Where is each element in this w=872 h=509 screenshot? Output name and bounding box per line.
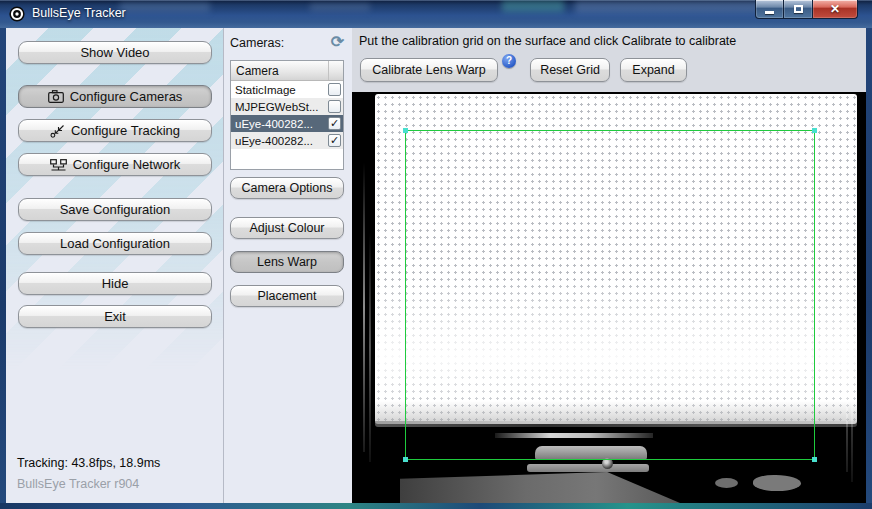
button-label: Load Configuration [60, 236, 170, 251]
image-noise-streak [369, 232, 371, 462]
camera-row[interactable]: uEye-400282...✓ [231, 115, 343, 132]
minimize-button[interactable] [755, 0, 784, 19]
image-noise-streak [846, 152, 848, 472]
expand-button[interactable]: Expand [620, 58, 687, 82]
grid-corner-handle[interactable] [812, 128, 817, 133]
minimize-icon [765, 11, 774, 14]
cameras-label: Cameras: [230, 36, 284, 50]
instruction-text: Put the calibration grid on the surface … [359, 34, 736, 48]
aero-blur-shape [575, 0, 765, 13]
exit-button[interactable]: Exit [18, 305, 212, 328]
camera-table-body: StaticImageMJPEGWebSt...uEye-400282...✓u… [231, 81, 343, 149]
aero-blur-shape [502, 0, 564, 12]
show-video-button[interactable]: Show Video [18, 41, 212, 64]
button-label: Show Video [80, 45, 149, 60]
checkbox-column-header [328, 61, 343, 80]
button-label: Adjust Colour [249, 221, 324, 235]
camera-icon [48, 90, 64, 103]
button-label: Calibrate Lens Warp [372, 63, 485, 77]
app-window: BullsEye Tracker ✕ Show Video Configure … [0, 0, 872, 509]
help-icon[interactable]: ? [502, 54, 516, 68]
close-button[interactable]: ✕ [813, 0, 858, 19]
title-bar[interactable]: BullsEye Tracker ✕ [0, 0, 872, 28]
calibration-toolbar: Put the calibration grid on the surface … [352, 28, 866, 92]
camera-row[interactable]: MJPEGWebSt... [231, 98, 343, 115]
button-label: Hide [102, 276, 129, 291]
button-label: Save Configuration [60, 202, 171, 217]
button-label: Expand [632, 63, 674, 77]
camera-table-header[interactable]: Camera [231, 61, 343, 81]
button-label: Configure Cameras [70, 89, 183, 104]
version-label: BullsEye Tracker r904 [17, 477, 139, 491]
bullseye-app-icon [9, 6, 25, 22]
camera-column-header: Camera [231, 64, 328, 78]
maximize-icon [794, 5, 803, 13]
reset-grid-button[interactable]: Reset Grid [530, 58, 610, 82]
configure-tracking-button[interactable]: Configure Tracking [18, 119, 212, 142]
stand-shape [527, 464, 649, 472]
close-icon: ✕ [830, 1, 840, 18]
main-area: Put the calibration grid on the surface … [352, 28, 866, 503]
camera-checkbox[interactable]: ✓ [328, 134, 341, 147]
window-content: Show Video Configure Cameras Configure T… [6, 28, 866, 503]
maximize-button[interactable] [784, 0, 813, 19]
button-label: Camera Options [241, 181, 332, 195]
camera-row[interactable]: StaticImage [231, 81, 343, 98]
camera-name: uEye-400282... [231, 118, 328, 130]
tracking-icon [50, 124, 65, 138]
camera-preview[interactable] [352, 92, 866, 503]
button-label: Lens Warp [257, 255, 317, 269]
camera-options-button[interactable]: Camera Options [230, 177, 344, 199]
adjust-colour-button[interactable]: Adjust Colour [230, 217, 344, 239]
lens-warp-button[interactable]: Lens Warp [230, 251, 344, 273]
floor-blob [753, 475, 801, 491]
button-label: Configure Tracking [71, 123, 180, 138]
camera-name: uEye-400282... [231, 135, 328, 147]
network-icon [50, 159, 67, 171]
image-noise-streak [363, 162, 365, 452]
placement-button[interactable]: Placement [230, 285, 344, 307]
configure-cameras-button[interactable]: Configure Cameras [18, 85, 212, 108]
window-title: BullsEye Tracker [32, 0, 126, 28]
camera-table[interactable]: Camera StaticImageMJPEGWebSt...uEye-4002… [230, 60, 344, 170]
hide-button[interactable]: Hide [18, 272, 212, 295]
camera-row[interactable]: uEye-400282...✓ [231, 132, 343, 149]
save-configuration-button[interactable]: Save Configuration [18, 198, 212, 221]
button-label: Placement [257, 289, 316, 303]
camera-name: MJPEGWebSt... [231, 101, 328, 113]
floor-blob [715, 478, 738, 488]
button-label: Exit [104, 309, 126, 324]
image-noise-streak [851, 242, 853, 482]
tracking-status: Tracking: 43.8fps, 18.9ms [17, 456, 160, 470]
camera-checkbox[interactable] [328, 83, 341, 96]
floor-shape [400, 472, 680, 503]
refresh-icon[interactable]: ⟳ [329, 33, 346, 50]
grid-corner-handle[interactable] [812, 457, 817, 462]
window-controls: ✕ [755, 0, 858, 19]
camera-checkbox[interactable]: ✓ [328, 117, 341, 130]
configure-network-button[interactable]: Configure Network [18, 153, 212, 176]
sidebar: Show Video Configure Cameras Configure T… [6, 28, 223, 503]
cameras-panel: Cameras: ⟳ Camera StaticImageMJPEGWebSt.… [224, 28, 352, 503]
grid-corner-handle[interactable] [403, 457, 408, 462]
load-configuration-button[interactable]: Load Configuration [18, 232, 212, 255]
grid-corner-handle[interactable] [403, 128, 408, 133]
calibrate-lens-warp-button[interactable]: Calibrate Lens Warp [360, 58, 498, 82]
aero-blur-shape [120, 2, 210, 12]
camera-checkbox[interactable] [328, 100, 341, 113]
camera-name: StaticImage [231, 84, 328, 96]
aero-blur-shape [310, 3, 370, 11]
button-label: Configure Network [73, 157, 181, 172]
button-label: Reset Grid [540, 63, 600, 77]
calibration-grid-overlay[interactable] [405, 130, 815, 460]
